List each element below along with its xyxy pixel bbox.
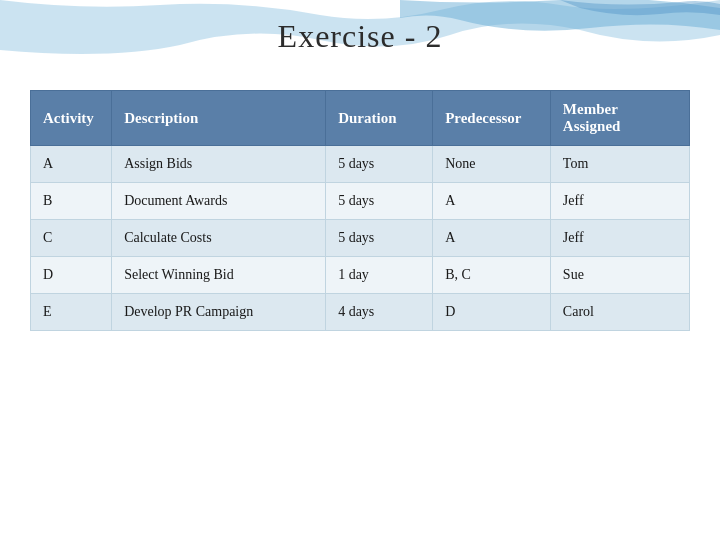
cell-duration-3: 1 day xyxy=(326,257,433,294)
cell-description-3: Select Winning Bid xyxy=(112,257,326,294)
page-title: Exercise - 2 xyxy=(0,18,720,55)
cell-member-4: Carol xyxy=(550,294,689,331)
cell-member-0: Tom xyxy=(550,146,689,183)
cell-duration-4: 4 days xyxy=(326,294,433,331)
cell-predecessor-3: B, C xyxy=(433,257,551,294)
table-row: BDocument Awards5 daysAJeff xyxy=(31,183,690,220)
cell-description-1: Document Awards xyxy=(112,183,326,220)
table-row: EDevelop PR Campaign4 daysDCarol xyxy=(31,294,690,331)
cell-predecessor-1: A xyxy=(433,183,551,220)
cell-predecessor-0: None xyxy=(433,146,551,183)
table-row: CCalculate Costs5 daysAJeff xyxy=(31,220,690,257)
cell-description-0: Assign Bids xyxy=(112,146,326,183)
cell-description-2: Calculate Costs xyxy=(112,220,326,257)
cell-predecessor-4: D xyxy=(433,294,551,331)
header-description: Description xyxy=(112,91,326,146)
cell-duration-0: 5 days xyxy=(326,146,433,183)
header-duration: Duration xyxy=(326,91,433,146)
cell-member-3: Sue xyxy=(550,257,689,294)
exercise-table: Activity Description Duration Predecesso… xyxy=(30,90,690,331)
header-activity: Activity xyxy=(31,91,112,146)
table-row: AAssign Bids5 daysNoneTom xyxy=(31,146,690,183)
cell-activity-4: E xyxy=(31,294,112,331)
cell-description-4: Develop PR Campaign xyxy=(112,294,326,331)
header-predecessor: Predecessor xyxy=(433,91,551,146)
cell-duration-2: 5 days xyxy=(326,220,433,257)
cell-member-2: Jeff xyxy=(550,220,689,257)
cell-activity-3: D xyxy=(31,257,112,294)
table-row: DSelect Winning Bid1 dayB, CSue xyxy=(31,257,690,294)
cell-duration-1: 5 days xyxy=(326,183,433,220)
cell-activity-2: C xyxy=(31,220,112,257)
cell-member-1: Jeff xyxy=(550,183,689,220)
table-header-row: Activity Description Duration Predecesso… xyxy=(31,91,690,146)
table-container: Activity Description Duration Predecesso… xyxy=(30,90,690,331)
cell-activity-0: A xyxy=(31,146,112,183)
cell-activity-1: B xyxy=(31,183,112,220)
cell-predecessor-2: A xyxy=(433,220,551,257)
header-member: Member Assigned xyxy=(550,91,689,146)
